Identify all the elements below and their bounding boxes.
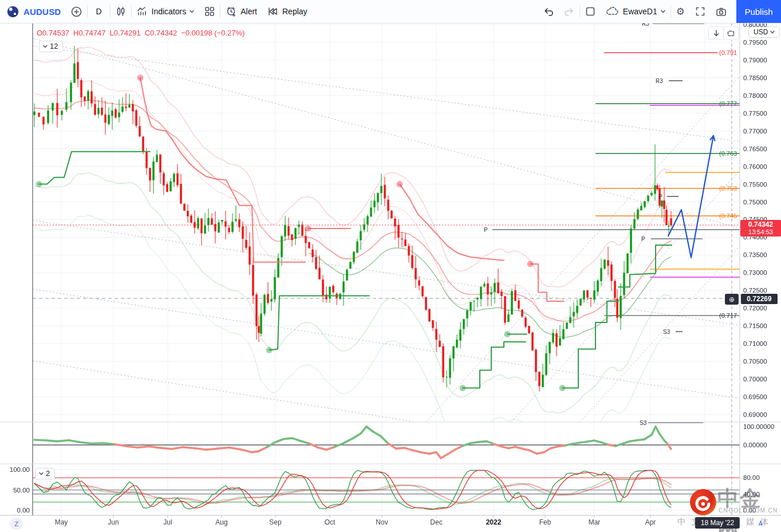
maximize-pane-button[interactable]: [723, 26, 739, 40]
price-tick-label: 0.78500: [743, 74, 767, 81]
symbol-name: AUDUSD: [23, 7, 61, 17]
price-tick-label: 0.69000: [743, 411, 767, 418]
save-layout-button[interactable]: [580, 0, 601, 23]
symbol-button[interactable]: AUDUSD: [0, 0, 66, 23]
month-label: Dec: [430, 518, 442, 526]
layout-square-icon: [585, 6, 595, 17]
gear-icon: ⚙: [676, 6, 685, 17]
settings-button[interactable]: ⚙: [671, 0, 690, 23]
price-tick-label: 0.73000: [743, 269, 767, 276]
bar-countdown: 13:54:53: [740, 228, 781, 235]
symbol-flag-icon: [7, 6, 19, 18]
chart-style-button[interactable]: [111, 0, 131, 23]
indicators-icon: [137, 6, 148, 17]
undo-icon: [543, 7, 554, 16]
timezone-button[interactable]: Z: [10, 518, 23, 530]
candles-style-icon: [116, 6, 126, 17]
price-tick-label: 0.76500: [743, 145, 767, 152]
price-tick-label: 0.72500: [743, 287, 767, 294]
price-tick-label: 0.70000: [743, 376, 767, 383]
add-symbol-button[interactable]: [66, 0, 87, 23]
chevron-down-icon: [39, 471, 44, 476]
redo-icon: [564, 7, 574, 16]
month-label: 2022: [486, 518, 502, 526]
top-toolbar: AUDUSD D Indicators Alert Replay: [0, 0, 781, 23]
ohlc-low: L0.74291: [110, 29, 141, 37]
price-tick-label: 0.75000: [743, 199, 767, 206]
last-price-badge: 0.74342 13:54:53: [740, 220, 781, 237]
layout-grid-icon: [204, 6, 215, 17]
month-label: Jun: [108, 518, 119, 526]
pane2-collapsed-legend[interactable]: 2: [35, 468, 55, 479]
price-tick-label: 0.75500: [743, 181, 767, 188]
alert-button[interactable]: Alert: [220, 0, 262, 23]
replay-button[interactable]: Replay: [262, 0, 313, 23]
template-cloud-icon: [606, 7, 620, 16]
month-label: Sep: [269, 518, 281, 526]
price-tick-label: 0.79000: [743, 57, 767, 64]
alert-icon: [226, 6, 237, 17]
ohlc-legend[interactable]: O0.74537H0.74747L0.74291C0.74342−0.00198…: [37, 29, 249, 37]
month-label: Apr: [645, 518, 656, 526]
crosshair-date-badge: 18 May '22: [695, 517, 740, 529]
fullscreen-icon: [695, 6, 705, 17]
price-tick-label: 0.72000: [743, 305, 767, 312]
price-tick-label: 0.71500: [743, 322, 767, 329]
pane1-axis-label-top: 100.00000: [743, 423, 774, 430]
month-label: Aug: [215, 518, 227, 526]
main-series-collapsed-legend[interactable]: 12: [39, 41, 63, 52]
chevron-down-icon: [43, 44, 48, 49]
pane1-axis-label-zero: 0.00000: [743, 442, 767, 448]
camera-icon: [716, 7, 727, 17]
month-label: Nov: [376, 518, 388, 526]
price-tick-label: 0.77000: [743, 128, 767, 135]
chevron-down-icon: [661, 9, 665, 14]
scroll-down-icon: [713, 30, 720, 37]
fullscreen-button[interactable]: [690, 0, 711, 23]
price-tick-label: 0.70500: [743, 358, 767, 365]
ohlc-change: −0.00198 (−0.27%): [181, 29, 244, 37]
scroll-to-recent-button[interactable]: [708, 26, 724, 40]
alert-price-badge: 0.72269: [741, 294, 778, 304]
month-label: May: [55, 518, 68, 526]
last-price-value: 0.74342: [740, 220, 781, 228]
publish-button[interactable]: Publish: [736, 0, 781, 23]
time-axis[interactable]: MayJunJulAugSepOctNovDec2022FebMarApr: [0, 515, 781, 532]
alert-label: Alert: [240, 7, 257, 16]
chevron-down-icon: [190, 9, 194, 14]
price-tick-label: 0.69500: [743, 393, 767, 400]
cloud-template-button[interactable]: EwaveD1: [601, 0, 670, 23]
price-tick-label: 0.78000: [743, 92, 767, 99]
replay-label: Replay: [282, 7, 307, 16]
plus-alert-icon[interactable]: ⊕: [725, 294, 739, 305]
indicators-label: Indicators: [152, 7, 187, 16]
ohlc-high: H0.74747: [73, 29, 105, 37]
pane2-count: 2: [46, 469, 50, 478]
ohlc-open: O0.74537: [37, 29, 69, 37]
undo-button[interactable]: [538, 0, 559, 23]
price-tick-label: 0.77500: [743, 110, 767, 117]
month-label: Mar: [589, 518, 601, 526]
month-label: Feb: [539, 518, 551, 526]
month-label: Jul: [163, 518, 172, 526]
redo-button[interactable]: [559, 0, 579, 23]
maximize-pane-icon: [727, 30, 735, 37]
main-series-count: 12: [50, 42, 58, 50]
ohlc-close: C0.74342: [145, 29, 177, 37]
tradingview-app: AUDUSD D Indicators Alert Replay: [0, 0, 781, 532]
template-name: EwaveD1: [623, 7, 657, 16]
price-tick-label: 0.73500: [743, 251, 767, 258]
price-tick-label: 0.71000: [743, 340, 767, 347]
month-label: Oct: [325, 518, 336, 526]
price-tick-label: 0.76000: [743, 163, 767, 170]
indicators-button[interactable]: Indicators: [132, 0, 200, 23]
layout-grid-button[interactable]: [199, 0, 220, 23]
price-tick-label: 0.79500: [743, 39, 767, 46]
replay-icon: [267, 7, 279, 16]
snapshot-button[interactable]: [711, 0, 732, 23]
interval-button[interactable]: D: [88, 0, 109, 23]
chart-canvas[interactable]: [0, 0, 781, 532]
